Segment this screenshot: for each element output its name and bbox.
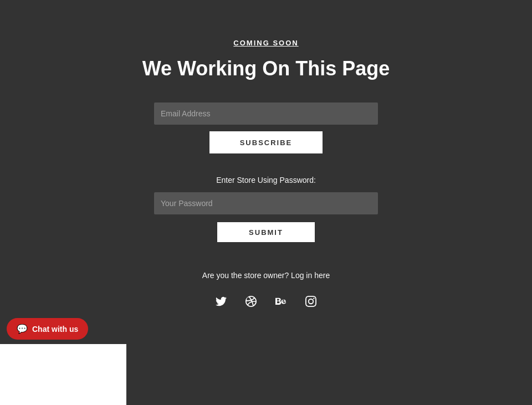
chat-panel — [0, 344, 126, 405]
password-form-group: SUBMIT — [154, 192, 378, 243]
social-icons-group — [213, 293, 319, 310]
chat-button-label: Chat with us — [32, 325, 78, 334]
email-input[interactable] — [154, 102, 378, 125]
dribbble-icon[interactable] — [243, 293, 259, 310]
page-title: We Working On This Page — [142, 57, 390, 80]
coming-soon-label: COMING SOON — [233, 39, 298, 47]
twitter-icon[interactable] — [213, 293, 229, 310]
chat-icon: 💬 — [17, 324, 28, 334]
main-content: COMING SOON We Working On This Page SUBS… — [0, 0, 532, 310]
email-form-group: SUBSCRIBE — [154, 102, 378, 153]
chat-with-us-button[interactable]: 💬 Chat with us — [7, 318, 88, 340]
password-section-label: Enter Store Using Password: — [216, 176, 316, 184]
subscribe-button[interactable]: SUBSCRIBE — [209, 131, 323, 153]
password-input[interactable] — [154, 192, 378, 214]
instagram-icon[interactable] — [303, 293, 319, 310]
behance-icon[interactable] — [273, 293, 289, 310]
store-owner-text: Are you the store owner? Log in here — [202, 271, 330, 280]
submit-button[interactable]: SUBMIT — [216, 221, 316, 243]
